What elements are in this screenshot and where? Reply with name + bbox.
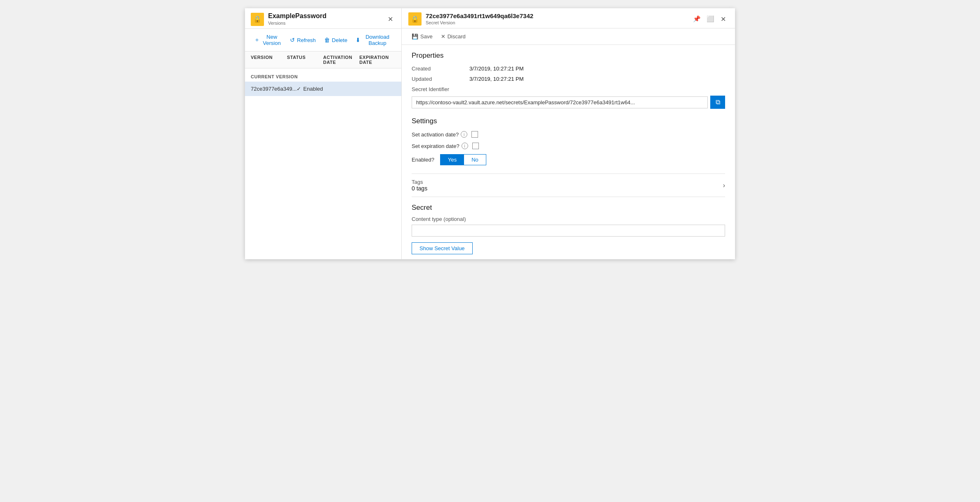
refresh-button[interactable]: ↺ Refresh (287, 35, 319, 45)
activation-date-checkbox[interactable] (471, 131, 478, 138)
download-backup-label: Download Backup (363, 34, 392, 46)
discard-icon: ✕ (441, 33, 445, 40)
right-panel-header: 🔒 72ce3977e6a3491rt1w649qa6l3e7342 Secre… (402, 8, 735, 28)
enabled-label: Enabled? (412, 157, 434, 163)
enabled-toggle-group: Yes No (440, 154, 486, 165)
expiration-info-icon[interactable]: i (462, 143, 468, 149)
secret-section-title: Secret (412, 204, 725, 212)
table-header: VERSION STATUS ACTIVATION DATE EXPIRATIO… (245, 52, 401, 68)
pin-button[interactable]: 📌 (691, 14, 703, 23)
table-row[interactable]: 72ce3977e6a349... ✓ Enabled (245, 82, 401, 96)
right-panel-subtitle: Secret Version (426, 20, 455, 25)
updated-label: Updated (412, 76, 445, 82)
right-header-left: 🔒 72ce3977e6a3491rt1w649qa6l3e7342 Secre… (408, 12, 533, 26)
delete-icon: 🗑 (324, 37, 330, 43)
save-button[interactable]: 💾 Save (408, 32, 436, 41)
properties-section-title: Properties (412, 52, 725, 60)
left-panel-close-button[interactable]: ✕ (385, 14, 396, 24)
checkmark-icon: ✓ (297, 86, 301, 92)
row-status: ✓ Enabled (297, 86, 330, 92)
new-version-label: New Version (262, 34, 282, 46)
left-panel-toolbar: ＋ New Version ↺ Refresh 🗑 Delete ⬇ Downl… (245, 29, 401, 52)
right-panel-toolbar: 💾 Save ✕ Discard (402, 28, 735, 45)
right-content: Properties Created 3/7/2019, 10:27:21 PM… (402, 45, 735, 259)
created-value: 3/7/2019, 10:27:21 PM (469, 66, 524, 72)
enabled-row: Enabled? Yes No (412, 154, 725, 165)
secret-identifier-input[interactable] (412, 96, 708, 108)
content-type-input[interactable] (412, 225, 725, 237)
left-panel-subtitle: Versions (268, 21, 285, 26)
col-activation-date: ACTIVATION DATE (323, 55, 360, 65)
created-row: Created 3/7/2019, 10:27:21 PM (412, 66, 725, 72)
left-panel-icon: 🔒 (251, 13, 264, 26)
settings-section-title: Settings (412, 117, 725, 125)
delete-button[interactable]: 🗑 Delete (321, 35, 351, 45)
delete-label: Delete (332, 37, 348, 43)
activation-date-label: Set activation date? i (412, 131, 467, 138)
plus-icon: ＋ (254, 36, 260, 44)
right-panel-close-button[interactable]: ✕ (718, 14, 728, 24)
col-version: VERSION (251, 55, 287, 65)
new-version-button[interactable]: ＋ New Version (251, 32, 285, 48)
download-icon: ⬇ (356, 37, 360, 43)
maximize-button[interactable]: ⬜ (704, 14, 716, 23)
right-header-title: 72ce3977e6a3491rt1w649qa6l3e7342 Secret … (426, 12, 533, 26)
left-panel: 🔒 ExamplePassword Versions ✕ ＋ New Versi… (245, 8, 402, 259)
right-panel: 🔒 72ce3977e6a3491rt1w649qa6l3e7342 Secre… (402, 8, 735, 259)
save-label: Save (420, 33, 433, 40)
activation-date-row: Set activation date? i (412, 131, 725, 138)
secret-identifier-row: ⧉ (412, 96, 725, 109)
left-panel-title-text: ExamplePassword Versions (268, 12, 326, 26)
content-type-label: Content type (optional) (412, 216, 725, 222)
no-button[interactable]: No (464, 155, 486, 165)
expiration-date-checkbox[interactable] (472, 143, 479, 149)
right-panel-title: 72ce3977e6a3491rt1w649qa6l3e7342 (426, 12, 533, 19)
left-panel-title: ExamplePassword (268, 12, 326, 20)
discard-label: Discard (448, 33, 466, 40)
expiration-date-label: Set expiration date? i (412, 143, 468, 149)
right-panel-icon: 🔒 (408, 12, 422, 26)
updated-row: Updated 3/7/2019, 10:27:21 PM (412, 76, 725, 82)
tags-count: 0 tags (412, 185, 427, 192)
refresh-icon: ↺ (290, 37, 295, 43)
row-version: 72ce3977e6a349... (251, 86, 297, 92)
tags-title: Tags (412, 179, 427, 185)
col-expiration-date: EXPIRATION DATE (359, 55, 396, 65)
right-header-actions: 📌 ⬜ ✕ (691, 14, 728, 24)
updated-value: 3/7/2019, 10:27:21 PM (469, 76, 524, 82)
tags-left: Tags 0 tags (412, 179, 427, 192)
yes-button[interactable]: Yes (441, 155, 464, 165)
current-version-label: CURRENT VERSION (245, 68, 401, 82)
settings-section: Set activation date? i Set expiration da… (412, 131, 725, 165)
activation-info-icon[interactable]: i (461, 131, 467, 138)
save-icon: 💾 (412, 33, 418, 40)
show-secret-value-button[interactable]: Show Secret Value (412, 242, 473, 254)
tags-section[interactable]: Tags 0 tags › (412, 174, 725, 197)
refresh-label: Refresh (297, 37, 316, 43)
download-backup-button[interactable]: ⬇ Download Backup (352, 32, 396, 48)
col-status: STATUS (287, 55, 323, 65)
copy-icon: ⧉ (716, 99, 720, 106)
discard-button[interactable]: ✕ Discard (438, 32, 469, 41)
left-panel-header: 🔒 ExamplePassword Versions ✕ (245, 8, 401, 29)
lock-icon-right: 🔒 (411, 15, 419, 23)
lock-icon: 🔒 (253, 15, 261, 23)
left-panel-title-area: 🔒 ExamplePassword Versions (251, 12, 326, 26)
secret-identifier-label: Secret Identifier (412, 86, 725, 92)
created-label: Created (412, 66, 445, 72)
expiration-date-row: Set expiration date? i (412, 143, 725, 149)
copy-secret-id-button[interactable]: ⧉ (710, 96, 725, 109)
chevron-right-icon: › (723, 182, 725, 189)
